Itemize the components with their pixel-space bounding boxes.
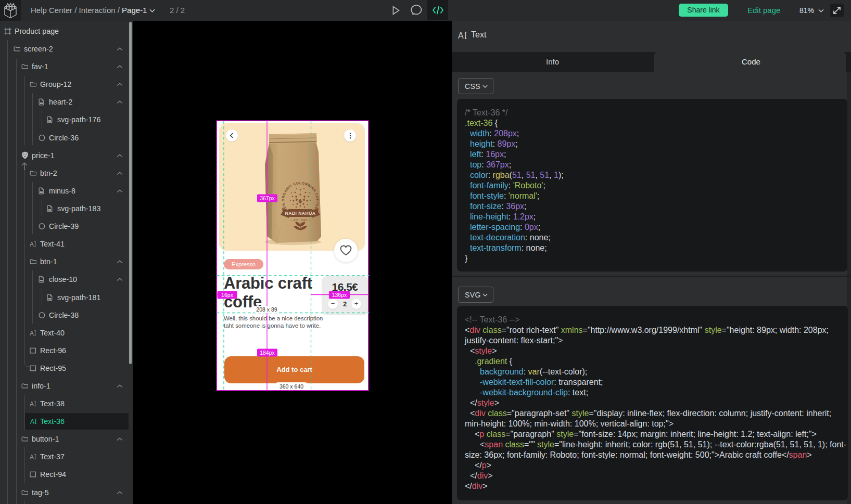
svg-text:A: A xyxy=(30,400,34,407)
svg-text:A: A xyxy=(30,418,34,425)
svg-text:184px: 184px xyxy=(260,350,275,356)
svg-text:208 x 89: 208 x 89 xyxy=(256,306,277,313)
svg-text:16px: 16px xyxy=(221,292,234,298)
svg-text:A: A xyxy=(30,330,34,337)
svg-text:A: A xyxy=(458,31,464,40)
svg-text:A: A xyxy=(30,454,34,460)
svg-text:136px: 136px xyxy=(332,292,347,298)
svg-text:A: A xyxy=(30,241,34,248)
svg-text:367px: 367px xyxy=(260,195,275,201)
svg-text:360 x 640: 360 x 640 xyxy=(280,383,303,390)
